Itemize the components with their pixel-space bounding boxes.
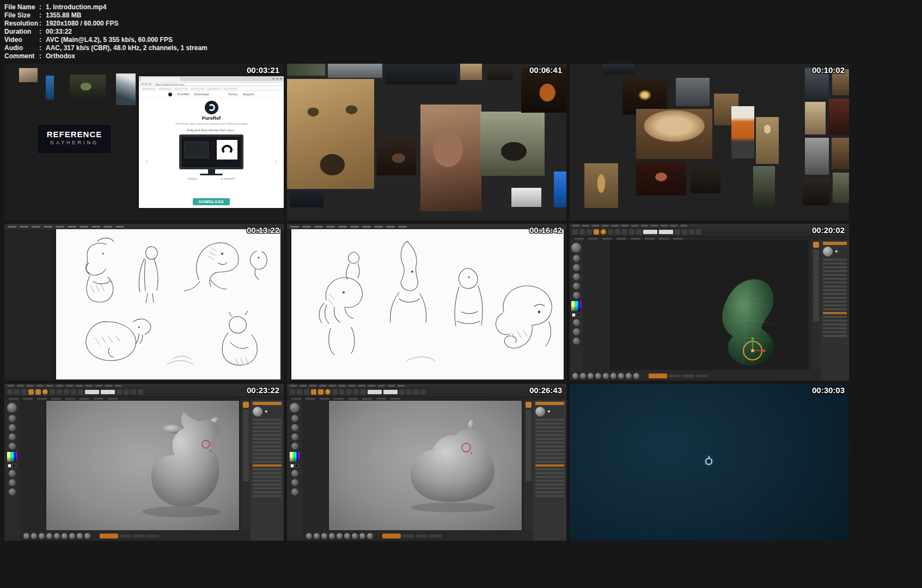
timestamp: 00:23:22 [247,385,279,395]
meta-value: AVC (Main@L4.2), 5 355 kb/s, 60.000 FPS [46,36,173,44]
brush-icon [352,533,358,539]
menu-item-placeholder [612,225,619,226]
shelf-icon [526,475,532,481]
window-controls [272,78,282,79]
menu-item-placeholder [302,226,311,228]
color-picker [571,301,581,311]
panel-row [253,483,282,486]
menu-item-placeholder [56,385,63,387]
tool-icon [353,389,359,395]
panel-row [823,320,847,322]
nav-item-support: Support [243,93,254,96]
sketches-svg [56,229,280,379]
palette-icons [9,470,16,495]
active-tool-icon [28,389,34,395]
panel-header [253,402,282,405]
subbar-item [291,398,301,400]
material-sphere-icon [42,389,48,395]
active-shelf-icon [243,402,249,408]
menu-item-placeholder [27,385,34,387]
subbar-item [362,398,372,400]
photo-skull [511,188,541,207]
gray-sculpt [329,401,523,531]
shelf-icon [526,445,532,451]
panel-row [823,281,847,284]
brush-icon [39,533,45,539]
tool-icon [413,389,419,395]
photo-portrait [829,99,849,134]
desktop-label: desktop [187,177,197,180]
brush-icon [337,533,343,539]
palette-icon [9,424,16,431]
tool-icon [297,389,302,395]
right-shelf [524,400,533,531]
meta-value: 1. Introduction.mp4 [46,3,106,11]
shelf-icon [526,439,532,445]
menu-item-placeholder [44,226,52,228]
value-field [85,390,99,394]
zbrush-canvas [328,400,522,531]
value-field [383,390,398,394]
tool-icon [615,229,620,235]
panel-row [253,422,282,425]
photo-pilot [731,106,754,158]
monitor-base [200,174,223,175]
shelf-icon [813,261,819,267]
subbar-item [673,238,683,240]
toolbar-group [572,229,592,235]
meta-label: Audio [4,44,39,52]
menu-item-placeholder [651,225,658,226]
menu-item-placeholder [582,225,589,226]
gray-sculpt [46,401,240,531]
panel-row [535,442,564,444]
meta-value: 1920x1080 / 60.000 FPS [46,20,118,28]
shelf-icons [526,409,532,481]
shelf-icon [813,249,819,255]
photo-hippo-small [377,137,416,175]
photo-portrait [833,173,849,203]
thumb-7-zbrush-sculpt-1: ✦ 00:23:22 [4,384,284,541]
panel-row [535,438,564,440]
panel-row [535,457,564,459]
timestamp: 00:10:02 [812,65,845,75]
menu-item-placeholder [66,385,73,387]
panel-row [823,335,847,337]
palette-icon [573,255,580,262]
creature-sketch-elephant-head [496,286,552,348]
menu-item-placeholder [32,226,40,228]
panel-row [253,491,282,493]
tool-icon [14,389,20,395]
cursor-icon [705,458,712,465]
meta-label: Comment [4,52,39,60]
bottom-toolbar [303,531,533,541]
tool-icon [346,389,352,395]
palette-icon [9,433,16,440]
brush-icon [603,373,609,379]
toolbar-group [608,229,642,235]
active-tool-icon [311,389,316,395]
menu-item-placeholder [631,225,638,226]
photo-portrait [805,138,829,175]
color-swatches [290,464,299,468]
menu-item-placeholder [300,385,307,387]
file-metadata: File Name:1. Introduction.mp4 File Size:… [4,3,207,60]
site-hero: PureRef The simple way to view and organ… [139,101,284,208]
shelf-icon [243,469,249,475]
panel-row [535,495,564,497]
tool-icon [64,389,69,395]
photo-boba [753,166,775,207]
panel-row [823,262,847,265]
orange-button [100,534,118,538]
palette-icon [9,415,16,422]
panel-row [253,445,282,448]
panel-row [823,266,847,268]
browser-tab-bar [139,76,284,81]
pureref-logo-icon [168,93,172,96]
photo-strip [460,64,482,80]
tool-icon [361,389,366,395]
shelf-icon [243,433,249,439]
brush-icon [344,533,350,539]
toolbar-group [290,389,309,395]
tool-icon [21,389,27,395]
panel-row [535,472,564,474]
